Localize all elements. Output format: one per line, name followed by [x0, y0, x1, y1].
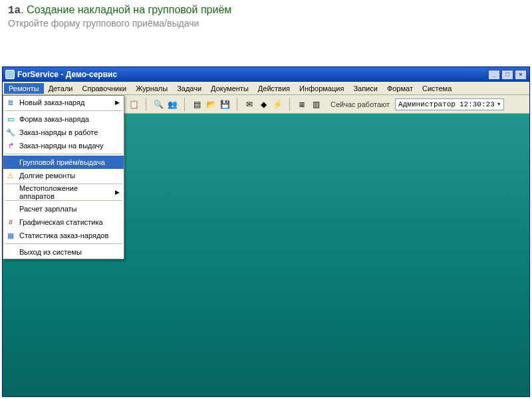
- menu-item-graphic-stats[interactable]: # Графическая статистика: [3, 215, 124, 229]
- toolbar-separator: [289, 98, 290, 111]
- window-controls: _ □ ×: [488, 70, 527, 80]
- toolbar-separator: [184, 98, 185, 111]
- menu-item-label: Выход из системы: [19, 248, 82, 256]
- toolbar-group-comm: ✉ ◆ ⚡: [241, 98, 285, 110]
- menu-item-label: Долгие ремонты: [19, 172, 75, 180]
- bolt-icon[interactable]: ⚡: [271, 98, 283, 110]
- menu-item-long-repairs[interactable]: ⚠ Долгие ремонты: [3, 169, 124, 182]
- toolbar-separator: [237, 98, 237, 111]
- blank-icon: [5, 157, 17, 168]
- app-window: ForService - Демо-сервис _ □ × Ремонты Д…: [2, 66, 530, 397]
- menu-item-group-intake[interactable]: Групповой приём/выдача: [3, 156, 124, 169]
- submenu-arrow-icon: ▶: [115, 189, 120, 196]
- warning-icon: ⚠: [5, 170, 17, 181]
- submenu-arrow-icon: ▶: [115, 99, 120, 106]
- menu-item-label: Заказ-наряды в работе: [19, 128, 98, 136]
- menu-records[interactable]: Записи: [348, 83, 382, 94]
- search-icon[interactable]: 🔍: [152, 98, 164, 110]
- paste-icon[interactable]: 📋: [128, 98, 140, 110]
- menu-item-label: Местоположение аппаратов: [19, 184, 115, 200]
- menubar: Ремонты Детали Справочники Журналы Задач…: [3, 82, 529, 95]
- menu-item-salary-calc[interactable]: Расчет зарплаты: [3, 202, 124, 215]
- toolbar-group-find: 🔍 👥: [150, 98, 180, 110]
- slide-step: 1a. Создание накладной на групповой приё…: [8, 4, 524, 17]
- people-icon[interactable]: 👥: [166, 98, 178, 110]
- disk-icon[interactable]: 💾: [219, 98, 231, 110]
- chart-icon: #: [5, 217, 17, 227]
- slide-subtitle: Откройте форму группового приёма/выдачи: [8, 18, 524, 29]
- menu-item-label: Статистика заказ-нарядов: [19, 231, 108, 239]
- mail-icon[interactable]: ✉: [243, 98, 255, 110]
- menu-item-label: Новый заказ-наряд: [19, 98, 85, 106]
- slide-header: 1a. Создание накладной на групповой приё…: [0, 0, 532, 31]
- menu-separator: [5, 154, 122, 154]
- current-user-select[interactable]: Администратор 12:30:23 ▼: [395, 98, 503, 110]
- menu-details[interactable]: Детали: [44, 83, 78, 94]
- titlebar[interactable]: ForService - Демо-сервис _ □ ×: [3, 67, 529, 82]
- blank-icon: [5, 203, 17, 214]
- current-user-value: Администратор: [398, 100, 456, 108]
- menu-item-label: Расчет зарплаты: [19, 205, 77, 213]
- document-icon: 🗎: [5, 97, 17, 108]
- menu-information[interactable]: Информация: [295, 83, 348, 94]
- minimize-button[interactable]: _: [488, 70, 500, 80]
- wrench-icon: 🔧: [5, 127, 17, 138]
- window-title: ForService - Демо-сервис: [17, 70, 117, 79]
- chevron-down-icon: ▼: [497, 101, 501, 107]
- menu-item-orders-for-issue[interactable]: ↱ Заказ-наряды на выдачу: [3, 139, 124, 152]
- toolbar-group-report: ≣ ▥: [294, 98, 324, 110]
- list-icon[interactable]: ≣: [296, 98, 308, 110]
- menu-tasks[interactable]: Задачи: [172, 83, 206, 94]
- folder-icon[interactable]: 📂: [205, 98, 217, 110]
- table-icon: ▦: [5, 230, 17, 241]
- menu-item-order-stats[interactable]: ▦ Статистика заказ-нарядов: [3, 229, 124, 242]
- menu-journals[interactable]: Журналы: [131, 83, 172, 94]
- menu-item-label: Заказ-наряды на выдачу: [19, 142, 104, 150]
- menu-item-label: Форма заказ-наряда: [19, 115, 89, 123]
- maximize-button[interactable]: □: [501, 70, 513, 80]
- menu-item-new-order[interactable]: 🗎 Новый заказ-наряд ▶: [3, 96, 124, 109]
- blank-icon: [5, 247, 17, 257]
- status-label: Сейчас работают: [331, 100, 390, 108]
- menu-format[interactable]: Формат: [382, 83, 418, 94]
- page-icon[interactable]: ▤: [191, 98, 203, 110]
- blank-icon: [5, 187, 17, 198]
- menu-documents[interactable]: Документы: [206, 83, 253, 94]
- menu-item-order-form[interactable]: ▭ Форма заказ-наряда: [3, 112, 124, 126]
- menu-item-device-location[interactable]: Местоположение аппаратов ▶: [3, 186, 124, 199]
- tag-icon[interactable]: ◆: [257, 98, 269, 110]
- step-number: 1a: [8, 5, 21, 17]
- menu-separator: [5, 200, 122, 201]
- issue-icon: ↱: [5, 140, 17, 151]
- menu-separator: [5, 110, 122, 111]
- app-icon: [5, 70, 15, 79]
- toolbar-group-docs: ▤ 📂 💾: [189, 98, 233, 110]
- form-icon: ▭: [5, 114, 17, 124]
- calendar-icon[interactable]: ▥: [310, 98, 322, 110]
- menu-system[interactable]: Система: [418, 83, 456, 94]
- current-time: 12:30:23: [460, 100, 495, 108]
- close-button[interactable]: ×: [515, 70, 527, 80]
- menu-item-label: Графическая статистика: [19, 218, 103, 226]
- toolbar-separator: [146, 98, 146, 111]
- repairs-dropdown: 🗎 Новый заказ-наряд ▶ ▭ Форма заказ-наря…: [3, 95, 124, 259]
- menu-item-logout[interactable]: Выход из системы: [3, 245, 124, 259]
- step-dot: .: [21, 4, 23, 15]
- menu-item-label: Групповой приём/выдача: [19, 158, 105, 166]
- menu-actions[interactable]: Действия: [253, 83, 295, 94]
- menu-separator: [5, 243, 122, 244]
- menu-repairs[interactable]: Ремонты: [4, 83, 44, 94]
- menu-item-orders-in-work[interactable]: 🔧 Заказ-наряды в работе: [3, 126, 124, 139]
- menu-directories[interactable]: Справочники: [77, 83, 131, 94]
- slide-title: Создание накладной на групповой приём: [27, 4, 231, 15]
